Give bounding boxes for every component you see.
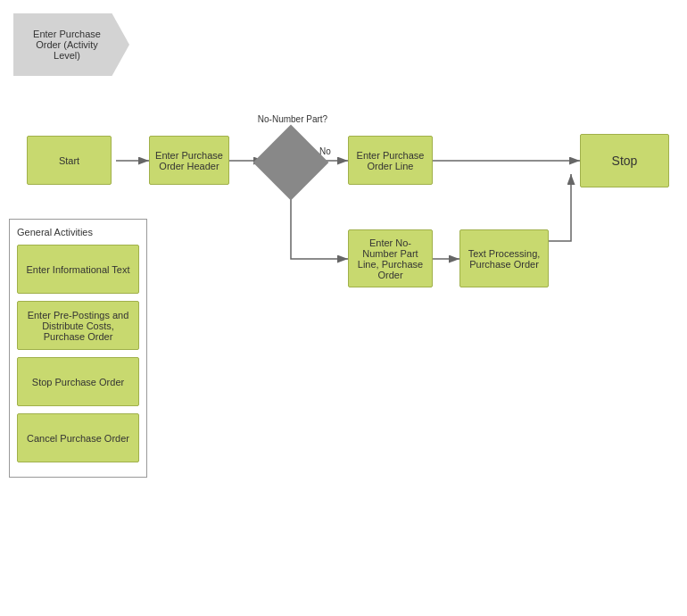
diagram-container: Enter Purchase Order (Activity Level) St… [0, 0, 687, 616]
decision-diamond [253, 125, 329, 201]
general-activities-title: General Activities [17, 227, 139, 237]
activity-stop-po[interactable]: Stop Purchase Order [17, 357, 139, 406]
text-processing-box[interactable]: Text Processing, Purchase Order [459, 229, 549, 287]
activity-header: Enter Purchase Order (Activity Level) [13, 13, 129, 76]
diamond-no-label: No [319, 146, 331, 156]
activity-header-label: Enter Purchase Order (Activity Level) [22, 29, 112, 61]
enter-po-header-box[interactable]: Enter Purchase Order Header [149, 136, 229, 185]
activity-enter-informational[interactable]: Enter Informational Text [17, 245, 139, 294]
enter-po-line-box[interactable]: Enter Purchase Order Line [348, 136, 433, 185]
activity-enter-pre-postings[interactable]: Enter Pre-Postings and Distribute Costs,… [17, 301, 139, 350]
general-activities-panel: General Activities Enter Informational T… [9, 219, 147, 478]
start-box[interactable]: Start [27, 136, 112, 185]
activity-cancel-po[interactable]: Cancel Purchase Order [17, 413, 139, 462]
stop-box[interactable]: Stop [580, 134, 669, 187]
enter-no-number-part-box[interactable]: Enter No-Number Part Line, Purchase Orde… [348, 229, 433, 287]
diamond-label: No-Number Part? [239, 114, 346, 124]
